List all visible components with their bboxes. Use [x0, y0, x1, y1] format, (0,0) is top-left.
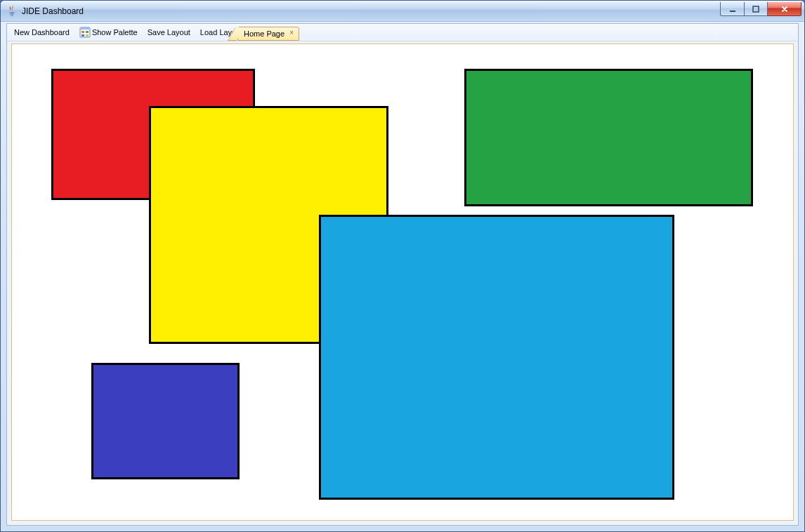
tab-strip: Home Page × — [237, 25, 299, 41]
tab-home-page[interactable]: Home Page × — [237, 27, 299, 41]
minimize-button[interactable] — [720, 2, 744, 16]
palette-icon — [79, 27, 91, 38]
titlebar: JIDE Dashboard — [1, 1, 804, 22]
java-app-icon — [6, 6, 18, 17]
toolbar: New Dashboard Show Palette Save Layout L… — [7, 24, 798, 41]
svg-rect-0 — [730, 11, 735, 12]
new-dashboard-button[interactable]: New Dashboard — [11, 27, 72, 38]
close-button[interactable] — [768, 2, 801, 16]
show-palette-button[interactable]: Show Palette — [77, 25, 140, 39]
svg-rect-3 — [80, 27, 90, 29]
window-title: JIDE Dashboard — [22, 6, 720, 16]
green-rect[interactable] — [464, 69, 753, 206]
svg-rect-4 — [81, 31, 84, 33]
show-palette-label: Show Palette — [92, 28, 138, 36]
app-window: JIDE Dashboard New Dashboard — [0, 0, 805, 532]
indigo-rect[interactable] — [91, 363, 240, 479]
svg-rect-7 — [86, 34, 89, 36]
svg-rect-1 — [753, 6, 759, 12]
tab-label: Home Page — [244, 29, 284, 38]
save-layout-button[interactable]: Save Layout — [145, 27, 193, 38]
maximize-button[interactable] — [744, 2, 768, 16]
tab-close-icon[interactable]: × — [287, 29, 296, 37]
svg-rect-5 — [86, 31, 89, 33]
client-area: New Dashboard Show Palette Save Layout L… — [6, 23, 799, 526]
blue-rect[interactable] — [319, 215, 674, 500]
dashboard-canvas[interactable] — [12, 44, 793, 520]
svg-rect-6 — [81, 34, 84, 36]
dashboard-canvas-frame — [11, 44, 794, 521]
window-buttons — [720, 2, 801, 16]
